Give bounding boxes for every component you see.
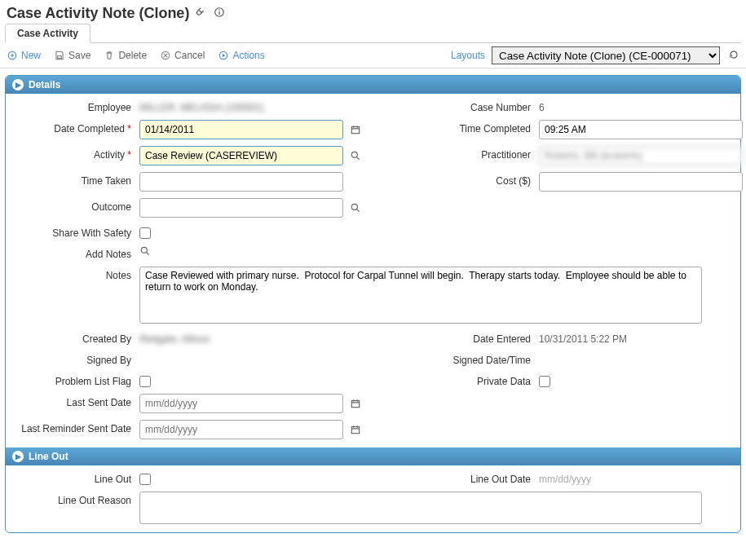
lineout-title: Line Out [29, 451, 68, 462]
actions-button[interactable]: Actions [218, 50, 264, 61]
activity-label: Activity [17, 146, 131, 161]
time-completed-input[interactable] [539, 120, 743, 139]
svg-rect-12 [351, 401, 359, 408]
problem-flag-checkbox[interactable] [139, 376, 151, 387]
save-label: Save [68, 50, 90, 61]
plus-icon [7, 50, 18, 61]
details-title: Details [29, 79, 60, 90]
cost-label: Cost ($) [408, 172, 531, 187]
lineout-checkbox[interactable] [139, 474, 151, 485]
section-header-details[interactable]: ▶ Details [6, 76, 740, 94]
created-by-label: Created By [17, 330, 131, 345]
case-number-value: 6 [539, 99, 545, 113]
layouts-link[interactable]: Layouts [451, 50, 485, 61]
last-sent-label: Last Sent Date [17, 394, 131, 408]
svg-rect-2 [219, 10, 220, 11]
time-taken-input[interactable] [139, 172, 343, 192]
svg-rect-7 [351, 127, 359, 134]
time-completed-label: Time Completed [408, 120, 531, 134]
outcome-input[interactable] [139, 198, 343, 218]
date-entered-value: 10/31/2011 5:22 PM [539, 330, 627, 345]
signed-dt-label: Signed Date/Time [408, 351, 531, 366]
lineout-reason-textarea[interactable] [139, 492, 702, 524]
calendar-icon[interactable] [350, 424, 361, 435]
employee-label: Employee [17, 99, 131, 113]
cost-input[interactable] [539, 172, 743, 192]
last-reminder-input[interactable] [139, 420, 343, 439]
date-completed-label: Date Completed [17, 120, 131, 134]
collapse-icon: ▶ [12, 451, 24, 462]
activity-input[interactable] [139, 146, 343, 165]
date-entered-label: Date Entered [408, 330, 531, 345]
created-by-value: Redgate, Allison [139, 330, 210, 345]
time-taken-label: Time Taken [17, 172, 131, 187]
search-icon[interactable] [139, 245, 151, 257]
search-icon[interactable] [350, 150, 361, 161]
outcome-label: Outcome [17, 198, 131, 213]
lineout-label: Line Out [17, 470, 131, 485]
lineout-reason-label: Line Out Reason [17, 492, 131, 506]
play-circle-icon [218, 50, 229, 61]
notes-textarea[interactable]: Case Reviewed with primary nurse. Protoc… [139, 267, 702, 324]
tab-label: Case Activity [17, 28, 78, 39]
private-data-checkbox[interactable] [539, 376, 550, 387]
delete-label: Delete [118, 50, 147, 61]
svg-point-11 [141, 247, 147, 253]
problem-flag-label: Problem List Flag [17, 373, 131, 387]
trash-icon [104, 50, 115, 61]
practitioner-input[interactable] [539, 146, 743, 165]
share-safety-label: Share With Safety [17, 224, 131, 239]
last-sent-input[interactable] [139, 394, 343, 413]
calendar-icon[interactable] [350, 124, 361, 135]
svg-rect-1 [219, 11, 220, 15]
lineout-date-label: Line Out Date [408, 470, 531, 485]
cancel-label: Cancel [174, 50, 205, 61]
signed-by-label: Signed By [17, 351, 131, 366]
add-notes-label: Add Notes [17, 245, 131, 260]
attach-icon[interactable] [194, 7, 209, 20]
svg-point-8 [351, 152, 357, 157]
save-icon [54, 50, 65, 61]
notes-label: Notes [17, 267, 131, 281]
page-title: Case Activity Note (Clone) [7, 5, 189, 22]
layouts-select[interactable]: Case Activity Note (Clone) (CE-000071) [492, 46, 720, 64]
collapse-icon: ▶ [12, 79, 24, 90]
case-number-label: Case Number [408, 99, 531, 113]
info-icon[interactable] [214, 8, 225, 20]
refresh-icon[interactable] [728, 49, 739, 63]
calendar-icon[interactable] [350, 398, 361, 409]
practitioner-label: Practitioner [408, 146, 531, 161]
share-safety-checkbox[interactable] [139, 227, 151, 239]
last-reminder-label: Last Reminder Sent Date [17, 420, 131, 434]
date-completed-input[interactable] [139, 120, 343, 139]
private-data-label: Private Data [408, 373, 531, 387]
svg-rect-4 [58, 56, 62, 59]
actions-label: Actions [232, 50, 264, 61]
section-details: ▶ Details Employee MILLER, MELISSA (1000… [5, 75, 741, 533]
svg-rect-13 [351, 427, 359, 434]
cancel-icon [160, 50, 171, 61]
delete-button[interactable]: Delete [104, 50, 147, 61]
save-button[interactable]: Save [54, 50, 90, 61]
new-label: New [21, 50, 41, 61]
cancel-button[interactable]: Cancel [160, 50, 205, 61]
new-button[interactable]: New [7, 50, 41, 61]
search-icon[interactable] [350, 202, 361, 214]
tab-case-activity[interactable]: Case Activity [5, 24, 90, 43]
section-header-lineout[interactable]: ▶ Line Out [6, 448, 740, 465]
svg-point-10 [351, 204, 357, 209]
lineout-date-value: mm/dd/yyyy [539, 470, 591, 485]
employee-value: MILLER, MELISSA (100001) [139, 99, 264, 113]
